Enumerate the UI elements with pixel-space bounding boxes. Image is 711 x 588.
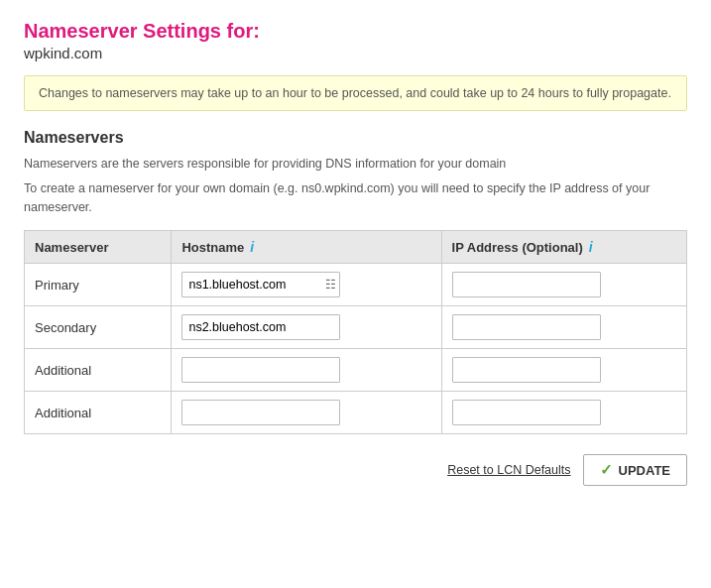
table-row: Additional [25,349,687,392]
ns-label-text-1: Secondary [35,320,96,335]
check-icon: ✓ [600,461,613,479]
domain-name: wpkind.com [24,45,687,61]
ip-input-1[interactable] [452,314,601,340]
ns-label-text-0: Primary [35,278,79,293]
col-header-hostname: Hostname i [172,231,441,264]
ns-label-text-3: Additional [35,406,91,420]
nameservers-table: Nameserver Hostname i IP Address (Option… [24,230,687,434]
ns-hostname-cell-0: ☷ [172,264,441,306]
ns-ip-cell-1 [441,306,686,349]
hostname-input-3[interactable] [181,400,340,425]
table-row: Secondary [25,306,687,349]
ns-row-label-1: Secondary [25,306,172,349]
footer-actions: Reset to LCN Defaults ✓ UPDATE [24,454,687,486]
hostname-info-icon[interactable]: i [250,239,254,255]
reset-to-defaults-button[interactable]: Reset to LCN Defaults [447,463,570,477]
page-title-heading: Nameserver Settings for: [24,20,687,43]
ip-input-3[interactable] [452,400,601,425]
ip-info-icon[interactable]: i [589,239,593,255]
update-button[interactable]: ✓ UPDATE [583,454,687,486]
col-header-ip: IP Address (Optional) i [441,231,686,264]
ns-hostname-cell-1 [172,306,441,349]
hostname-input-1[interactable] [181,314,340,340]
section-title: Nameservers [24,129,687,147]
ns-ip-cell-2 [441,349,686,392]
section-desc2: To create a nameserver for your own doma… [24,179,687,217]
ns-hostname-cell-2 [172,349,441,392]
hostname-input-wrapper-2 [181,357,340,383]
ns-ip-cell-0 [441,264,686,306]
hostname-input-0[interactable] [181,272,340,297]
hostname-input-wrapper-1 [181,314,340,340]
col-header-nameserver: Nameserver [25,231,172,264]
notice-box: Changes to nameservers may take up to an… [24,75,687,111]
ns-row-label-0: Primary [25,264,172,306]
update-button-label: UPDATE [619,463,670,478]
ns-label-text-2: Additional [35,363,91,378]
hostname-input-wrapper-3 [181,400,340,425]
ns-row-label-2: Additional [25,349,172,392]
table-row: Primary☷ [25,264,687,306]
ns-ip-cell-3 [441,392,686,434]
hostname-input-2[interactable] [181,357,340,383]
table-row: Additional [25,392,687,434]
ip-input-0[interactable] [452,272,601,297]
hostname-input-wrapper-0: ☷ [181,272,340,297]
section-desc1: Nameservers are the servers responsible … [24,155,687,174]
ns-row-label-3: Additional [25,392,172,434]
ip-input-2[interactable] [452,357,601,383]
ns-hostname-cell-3 [172,392,441,434]
